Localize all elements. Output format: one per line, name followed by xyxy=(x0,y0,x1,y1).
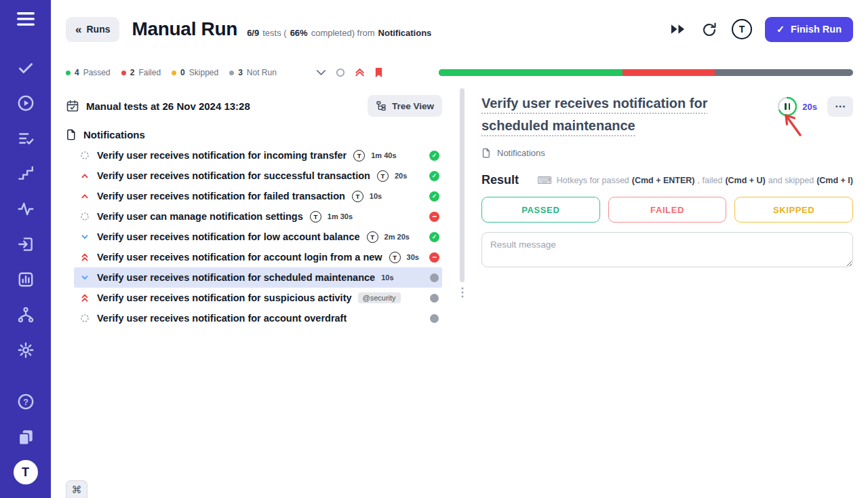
status-passed-icon: ✓ xyxy=(429,151,439,161)
finish-run-button[interactable]: ✓ Finish Run xyxy=(765,17,853,42)
check-icon: ✓ xyxy=(776,24,785,35)
analytics-icon[interactable] xyxy=(12,266,39,293)
notrun-dot-icon xyxy=(229,71,234,75)
legend-notrun: 3Not Run xyxy=(229,68,277,77)
status-passed-icon: ✓ xyxy=(429,171,439,181)
fast-forward-icon[interactable] xyxy=(669,22,687,36)
detail-test-title: Verify user receives notification for sc… xyxy=(481,92,773,137)
status-notrun-icon xyxy=(430,314,439,323)
steps-icon[interactable] xyxy=(12,160,39,187)
page-title: Manual Run xyxy=(132,18,237,40)
priority-low-icon xyxy=(79,231,90,242)
test-title: Verify user receives notification for su… xyxy=(97,292,352,303)
verdict-buttons: PASSED FAILED SKIPPED xyxy=(481,197,853,223)
test-title: Verify user receives notification for ac… xyxy=(97,313,347,324)
file-icon xyxy=(66,129,77,140)
automated-badge-icon: T xyxy=(367,231,378,243)
back-label: Runs xyxy=(86,24,110,35)
skipped-button[interactable]: SKIPPED xyxy=(734,197,853,223)
detail-actions: 20s ⋯ xyxy=(777,92,853,117)
result-section-header: Result ⌨ Hotkeys for passed (Cmd + ENTER… xyxy=(481,173,853,187)
failed-button[interactable]: FAILED xyxy=(608,197,727,223)
docs-icon[interactable] xyxy=(12,423,39,451)
priority-high-icon xyxy=(79,170,90,181)
testomat-logo-icon[interactable]: T xyxy=(12,459,39,486)
test-duration: 30s xyxy=(407,253,419,261)
app-root: ? T « Runs Manual Run 6/9 tests ( 66% co… xyxy=(0,0,868,498)
command-icon: ⌘ xyxy=(72,484,82,496)
test-row[interactable]: Verify user receives notification for in… xyxy=(74,145,442,166)
automated-badge-icon: T xyxy=(377,170,389,182)
priority-high-icon xyxy=(79,191,90,202)
suite-group-header[interactable]: Notifications xyxy=(66,129,442,140)
test-row[interactable]: Verify user receives notification for su… xyxy=(74,288,442,308)
test-title: Verify user can manage notification sett… xyxy=(97,211,303,222)
test-title: Verify user receives notification for su… xyxy=(97,170,370,181)
automated-badge-icon: T xyxy=(353,150,365,161)
testomat-badge-icon[interactable]: T xyxy=(732,19,752,39)
menu-icon[interactable] xyxy=(12,5,39,33)
failed-dot-icon xyxy=(121,71,126,75)
scrollbar-thumb[interactable] xyxy=(460,88,465,282)
test-row[interactable]: Verify user receives notification for ac… xyxy=(74,308,442,328)
automated-badge-icon: T xyxy=(389,252,401,263)
filter-icons xyxy=(316,67,383,78)
run-title: Manual tests at 26 Nov 2024 13:28 xyxy=(66,99,250,113)
more-options-button[interactable]: ⋯ xyxy=(827,96,853,117)
test-row-selected[interactable]: Verify user receives notification for sc… xyxy=(74,267,442,288)
panel-header: Manual tests at 26 Nov 2024 13:28 Tree V… xyxy=(66,94,442,118)
test-row[interactable]: Verify user receives notification for ac… xyxy=(74,247,442,267)
import-icon[interactable] xyxy=(12,231,39,258)
timer: 20s xyxy=(777,96,817,117)
test-title: Verify user receives notification for ac… xyxy=(97,252,382,263)
passed-button[interactable]: PASSED xyxy=(481,197,600,223)
pause-icon xyxy=(777,96,797,117)
status-passed-icon: ✓ xyxy=(429,191,439,202)
test-duration: 2m 20s xyxy=(384,233,410,241)
chevron-down-icon[interactable] xyxy=(316,69,326,76)
command-shortcut-button[interactable]: ⌘ xyxy=(66,480,87,498)
chevron-up-filter-icon[interactable] xyxy=(355,69,365,77)
progress-failed-segment xyxy=(623,69,715,76)
test-duration: 20s xyxy=(395,172,407,180)
automated-badge-icon: T xyxy=(310,211,321,223)
sidebar: ? T xyxy=(0,0,51,498)
back-chevrons-icon: « xyxy=(75,24,81,35)
test-row[interactable]: Verify user receives notification for fa… xyxy=(74,186,442,206)
resize-handle[interactable] xyxy=(462,288,464,298)
branch-icon[interactable] xyxy=(12,301,39,328)
test-duration: 1m 30s xyxy=(328,212,353,221)
pulse-icon[interactable] xyxy=(12,195,39,223)
progress-passed-segment xyxy=(439,69,623,76)
test-list-icon[interactable] xyxy=(12,125,39,152)
checks-icon[interactable] xyxy=(12,54,39,81)
content: Manual tests at 26 Nov 2024 13:28 Tree V… xyxy=(51,87,868,498)
status-failed-icon: − xyxy=(429,212,439,222)
test-row[interactable]: Verify user receives notification for lo… xyxy=(74,227,442,247)
priority-normal-icon xyxy=(79,150,90,161)
tree-view-button[interactable]: Tree View xyxy=(368,95,442,117)
file-icon xyxy=(481,148,492,158)
test-row[interactable]: Verify user can manage notification sett… xyxy=(74,206,442,227)
breadcrumb[interactable]: Notifications xyxy=(481,148,853,158)
test-title: Verify user receives notification for lo… xyxy=(97,231,360,242)
panel-divider xyxy=(458,87,467,498)
test-duration: 10s xyxy=(381,273,393,282)
bookmark-icon[interactable] xyxy=(374,67,383,78)
skipped-dot-icon xyxy=(172,71,176,75)
status-failed-icon: − xyxy=(429,252,439,263)
circle-filter-icon[interactable] xyxy=(336,68,345,77)
help-icon[interactable]: ? xyxy=(12,388,39,415)
test-row[interactable]: Verify user receives notification for su… xyxy=(74,166,442,186)
tests-fraction: 6/9 xyxy=(247,28,259,38)
result-message-input[interactable] xyxy=(481,232,853,267)
pause-button[interactable] xyxy=(777,96,797,117)
run-progress-bar xyxy=(439,69,853,76)
back-to-runs-button[interactable]: « Runs xyxy=(66,17,119,42)
passed-dot-icon xyxy=(66,71,71,75)
settings-gear-icon[interactable] xyxy=(12,337,39,364)
priority-normal-icon xyxy=(79,313,90,324)
retry-timer-icon[interactable] xyxy=(700,20,719,39)
run-play-icon[interactable] xyxy=(12,90,39,117)
priority-highest-icon xyxy=(79,292,90,303)
